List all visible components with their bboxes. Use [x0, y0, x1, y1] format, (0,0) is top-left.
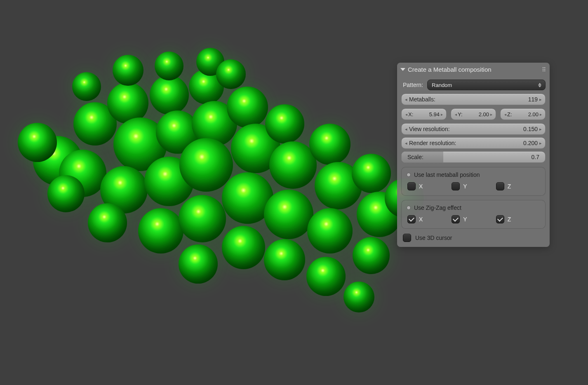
metaball [113, 55, 143, 86]
view-resolution-value: 0.150 [523, 126, 538, 132]
last-pos-z-checkbox[interactable] [496, 182, 504, 190]
updown-arrows-icon [538, 81, 542, 89]
metaballs-label: Metaballs: [409, 96, 435, 103]
increment-arrow-icon[interactable]: ▸ [538, 138, 543, 148]
metaball [179, 244, 218, 284]
metaball [222, 226, 265, 269]
metaballs-value: 119 [528, 96, 538, 103]
last-pos-y-label: Y [463, 183, 467, 190]
decrement-arrow-icon[interactable]: ◂ [403, 138, 409, 148]
view-resolution-field[interactable]: ◂ View resolution: 0.150 ▸ [401, 123, 546, 135]
operator-panel: Create a Metaball composition ⠿ Pattern:… [397, 63, 550, 247]
metaball [309, 124, 350, 165]
zigzag-y-checkbox[interactable] [452, 215, 460, 223]
metaball [179, 195, 226, 242]
render-resolution-field[interactable]: ◂ Render resolution: 0.200 ▸ [401, 137, 546, 149]
last-pos-x-label: X [419, 183, 423, 190]
y-field[interactable]: ◂ Y: 2.00 ▸ [451, 108, 496, 120]
last-position-title: Use last metaball position [414, 171, 480, 178]
increment-arrow-icon[interactable]: ▸ [488, 109, 494, 120]
zigzag-title: Use Zig-Zag effect [414, 204, 461, 211]
scale-value: 0.7 [532, 154, 539, 160]
last-position-group: Use last metaball position X Y Z [401, 167, 546, 196]
zigzag-x-checkbox[interactable] [407, 215, 416, 223]
metaball [227, 87, 268, 128]
drag-grip-icon[interactable]: ⠿ [542, 66, 546, 73]
zigzag-x-label: X [419, 216, 423, 223]
panel-header[interactable]: Create a Metaball composition ⠿ [397, 63, 550, 76]
pattern-select[interactable]: Random [427, 80, 546, 90]
metaball [150, 75, 189, 115]
last-pos-y-checkbox[interactable] [452, 182, 460, 190]
zigzag-z-checkbox[interactable] [496, 215, 504, 223]
metaballs-field[interactable]: ◂ Metaballs: 119 ▸ [401, 94, 546, 105]
render-resolution-value: 0.200 [523, 140, 538, 146]
pattern-value: Random [432, 82, 452, 88]
decrement-arrow-icon[interactable]: ◂ [403, 94, 409, 105]
metaball [265, 104, 304, 143]
metaball [353, 237, 390, 274]
metaball [138, 208, 183, 254]
use-3d-cursor-label: Use 3D cursor [415, 235, 452, 241]
increment-arrow-icon[interactable]: ▸ [538, 94, 543, 105]
decrement-arrow-icon[interactable]: ◂ [403, 109, 409, 120]
use-3d-cursor-checkbox[interactable] [403, 234, 411, 242]
scale-label: Scale: [407, 154, 423, 160]
zigzag-group: Use Zig-Zag effect X Y Z [401, 200, 546, 229]
panel-title: Create a Metaball composition [408, 66, 492, 73]
render-resolution-label: Render resolution: [409, 140, 456, 146]
x-field[interactable]: ◂ X: 5.94 ▸ [401, 108, 447, 120]
view-resolution-label: View resolution: [409, 126, 450, 132]
decrement-arrow-icon[interactable]: ◂ [453, 109, 459, 120]
decrement-arrow-icon[interactable]: ◂ [403, 124, 409, 134]
increment-arrow-icon[interactable]: ▸ [439, 109, 445, 120]
pattern-label: Pattern: [401, 82, 423, 88]
metaball [88, 203, 127, 242]
decrement-arrow-icon[interactable]: ◂ [502, 109, 508, 120]
scale-slider[interactable]: Scale: 0.7 [401, 151, 546, 163]
metaball [18, 123, 57, 162]
metaball [352, 154, 391, 193]
metaball [72, 72, 101, 101]
radio-icon [407, 206, 411, 210]
x-value: 5.94 [429, 111, 440, 117]
z-field[interactable]: ◂ Z: 2.00 ▸ [500, 108, 546, 120]
metaball [307, 208, 353, 254]
last-pos-x-checkbox[interactable] [407, 182, 416, 190]
metaball [343, 282, 374, 312]
zigzag-y-label: Y [463, 216, 467, 223]
z-value: 2.00 [528, 111, 539, 117]
metaball [264, 190, 313, 239]
y-value: 2.00 [479, 111, 489, 117]
zigzag-z-label: Z [508, 216, 511, 223]
metaball [47, 175, 85, 212]
metaball [155, 52, 183, 80]
increment-arrow-icon[interactable]: ▸ [538, 109, 543, 120]
metaball [306, 257, 346, 296]
radio-icon [407, 173, 411, 177]
increment-arrow-icon[interactable]: ▸ [538, 124, 543, 134]
metaball [264, 239, 305, 280]
last-pos-z-label: Z [508, 183, 511, 190]
metaball [179, 138, 233, 192]
metaball [216, 59, 246, 89]
disclosure-triangle-icon[interactable] [400, 68, 405, 71]
